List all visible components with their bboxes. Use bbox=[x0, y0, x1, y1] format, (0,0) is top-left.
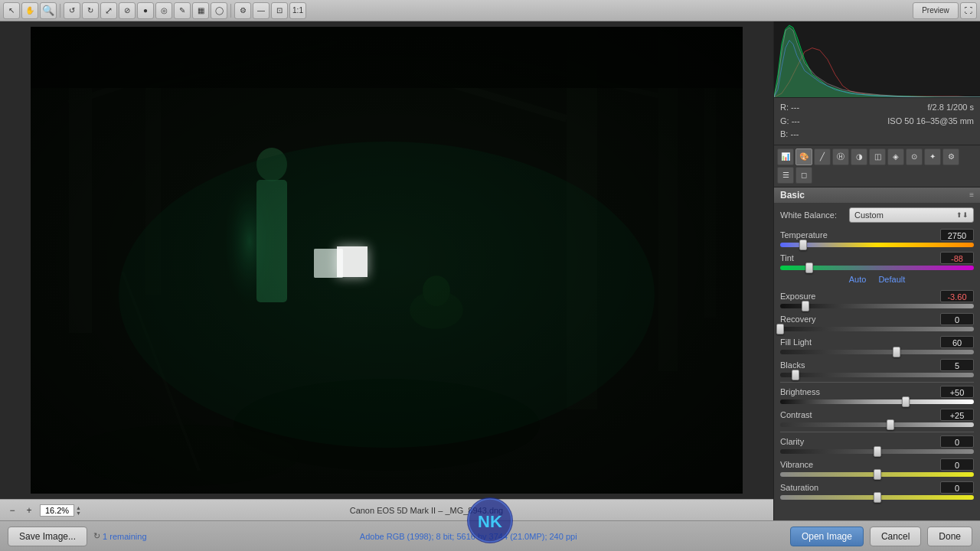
panel-tool-basic[interactable]: 🎨 bbox=[795, 148, 812, 165]
wb-select[interactable]: Custom ⬆⬇ bbox=[849, 207, 974, 223]
tool-rad-filter[interactable]: ◯ bbox=[211, 2, 227, 19]
basic-panel-title: Basic bbox=[780, 190, 805, 201]
panel-tool-histogram[interactable]: 📊 bbox=[777, 148, 794, 165]
contrast-track[interactable] bbox=[780, 422, 974, 427]
separator-2 bbox=[780, 432, 974, 432]
svg-rect-22 bbox=[31, 27, 743, 494]
saturation-value[interactable]: 0 bbox=[940, 481, 974, 494]
vibrance-value[interactable]: 0 bbox=[940, 458, 974, 471]
fill-light-value[interactable]: 60 bbox=[940, 336, 974, 348]
panel-tool-effects[interactable]: ✦ bbox=[924, 148, 941, 165]
temperature-value[interactable]: 2750 bbox=[940, 229, 974, 241]
blacks-thumb[interactable] bbox=[792, 370, 799, 380]
recovery-label-row: Recovery 0 bbox=[780, 313, 974, 325]
white-balance-row: White Balance: Custom ⬆⬇ bbox=[780, 207, 974, 223]
recovery-thumb[interactable] bbox=[776, 324, 784, 334]
zoom-stepper[interactable]: ▲ ▼ bbox=[76, 505, 81, 516]
exposure-label: Exposure bbox=[780, 292, 815, 301]
zoom-increase-btn[interactable]: + bbox=[23, 504, 35, 517]
zoom-input[interactable]: 16.2% bbox=[40, 504, 74, 517]
contrast-thumb[interactable] bbox=[887, 419, 894, 430]
clarity-value[interactable]: 0 bbox=[940, 435, 974, 448]
exposure-row: Exposure -3.60 bbox=[780, 290, 974, 308]
clarity-thumb[interactable] bbox=[874, 446, 881, 457]
blacks-row: Blacks 5 bbox=[780, 359, 974, 377]
basic-panel-header[interactable]: Basic ≡ bbox=[774, 187, 980, 203]
brightness-thumb[interactable] bbox=[902, 396, 910, 407]
image-container[interactable] bbox=[0, 21, 773, 499]
action-bar-left: Save Image... ↻ 1 remaining bbox=[8, 527, 147, 546]
panel-tool-camera-calib[interactable]: ⚙ bbox=[942, 148, 959, 165]
saturation-track[interactable] bbox=[780, 495, 974, 500]
status-bar: − + 16.2% ▲ ▼ Canon EOS 5D Mark II – _MG… bbox=[0, 499, 773, 520]
canvas-area: − + 16.2% ▲ ▼ Canon EOS 5D Mark II – _MG… bbox=[0, 21, 773, 520]
tool-zoom[interactable]: ✋ bbox=[21, 2, 38, 19]
g-readout: G: --- bbox=[780, 115, 800, 129]
preview-btn[interactable]: Preview bbox=[913, 2, 959, 19]
tool-hand[interactable]: ↖ bbox=[3, 2, 20, 19]
tool-zoom-fit[interactable]: ⊡ bbox=[271, 2, 288, 19]
tool-redeye[interactable]: ◎ bbox=[155, 2, 172, 19]
sync-icon[interactable]: ↻ bbox=[93, 531, 100, 541]
exposure-thumb[interactable] bbox=[802, 301, 809, 311]
temperature-row: Temperature 2750 bbox=[780, 229, 974, 247]
tint-thumb[interactable] bbox=[805, 262, 813, 273]
tool-adjust-brush[interactable]: ✎ bbox=[174, 2, 191, 19]
wb-label: White Balance: bbox=[780, 210, 849, 220]
iso-lens: ISO 50 16–35@35 mm bbox=[887, 115, 974, 129]
panel-tool-tone-curve[interactable]: ╱ bbox=[814, 148, 831, 165]
panel-tool-hsl[interactable]: Ⓗ bbox=[832, 148, 849, 165]
fullscreen-btn[interactable]: ⛶ bbox=[960, 2, 977, 19]
panel-tool-snapshots[interactable]: ◻ bbox=[795, 167, 812, 184]
tool-zoom-in[interactable]: 🔍 bbox=[40, 2, 57, 19]
tool-straighten[interactable]: ⊘ bbox=[119, 2, 136, 19]
default-link[interactable]: Default bbox=[878, 275, 905, 284]
tool-settings[interactable]: ⚙ bbox=[234, 2, 251, 19]
tint-value[interactable]: -88 bbox=[940, 252, 974, 264]
vibrance-row: Vibrance 0 bbox=[780, 458, 974, 477]
fill-light-track[interactable] bbox=[780, 350, 974, 354]
contrast-value[interactable]: +25 bbox=[940, 409, 974, 421]
exposure-value[interactable]: -3.60 bbox=[940, 290, 974, 302]
open-image-button[interactable]: Open Image bbox=[790, 527, 864, 546]
done-button[interactable]: Done bbox=[927, 527, 972, 546]
tool-rotate-left[interactable]: ↺ bbox=[64, 2, 80, 19]
tool-spot-heal[interactable]: ● bbox=[137, 2, 154, 19]
blacks-track[interactable] bbox=[780, 373, 974, 377]
saturation-label: Saturation bbox=[780, 483, 818, 492]
recovery-track[interactable] bbox=[780, 327, 974, 331]
vibrance-track[interactable] bbox=[780, 472, 974, 477]
remaining-link[interactable]: 1 remaining bbox=[103, 532, 146, 541]
save-image-button[interactable]: Save Image... bbox=[8, 527, 87, 546]
basic-panel: Basic ≡ White Balance: Custom ⬆⬇ Tempera… bbox=[774, 187, 980, 520]
auto-link[interactable]: Auto bbox=[849, 275, 867, 284]
saturation-thumb[interactable] bbox=[874, 492, 881, 503]
vibrance-thumb[interactable] bbox=[874, 469, 881, 480]
recovery-value[interactable]: 0 bbox=[940, 313, 974, 325]
rgb-area: R: --- G: --- B: --- f/2.8 1/200 s ISO 5… bbox=[774, 98, 980, 145]
tool-zoom-minus[interactable]: — bbox=[253, 2, 270, 19]
cancel-button[interactable]: Cancel bbox=[870, 527, 921, 546]
brightness-value[interactable]: +50 bbox=[940, 386, 974, 398]
main-image[interactable] bbox=[31, 27, 743, 494]
panel-tool-lens[interactable]: ⊙ bbox=[906, 148, 923, 165]
temperature-label: Temperature bbox=[780, 230, 828, 240]
temperature-thumb[interactable] bbox=[799, 240, 807, 250]
temperature-track[interactable] bbox=[780, 243, 974, 247]
tint-track[interactable] bbox=[780, 266, 974, 270]
panel-tool-detail[interactable]: ◈ bbox=[887, 148, 904, 165]
color-profile-link[interactable]: Adobe RGB (1998); 8 bit; 5616 by 3744 (2… bbox=[360, 532, 577, 541]
tool-rotate-right[interactable]: ↻ bbox=[82, 2, 99, 19]
exposure-track[interactable] bbox=[780, 304, 974, 308]
tool-crop[interactable]: ⤢ bbox=[100, 2, 117, 19]
brightness-track[interactable] bbox=[780, 399, 974, 404]
clarity-track[interactable] bbox=[780, 449, 974, 454]
tool-zoom-100[interactable]: 1:1 bbox=[289, 2, 306, 19]
panel-tool-presets[interactable]: ☰ bbox=[777, 167, 794, 184]
tool-grad-filter[interactable]: ▦ bbox=[192, 2, 209, 19]
blacks-value[interactable]: 5 bbox=[940, 359, 974, 371]
panel-tool-bw[interactable]: ◑ bbox=[851, 148, 867, 165]
fill-light-thumb[interactable] bbox=[893, 347, 900, 357]
zoom-decrease-btn[interactable]: − bbox=[6, 504, 18, 517]
panel-tool-split-tone[interactable]: ◫ bbox=[869, 148, 886, 165]
